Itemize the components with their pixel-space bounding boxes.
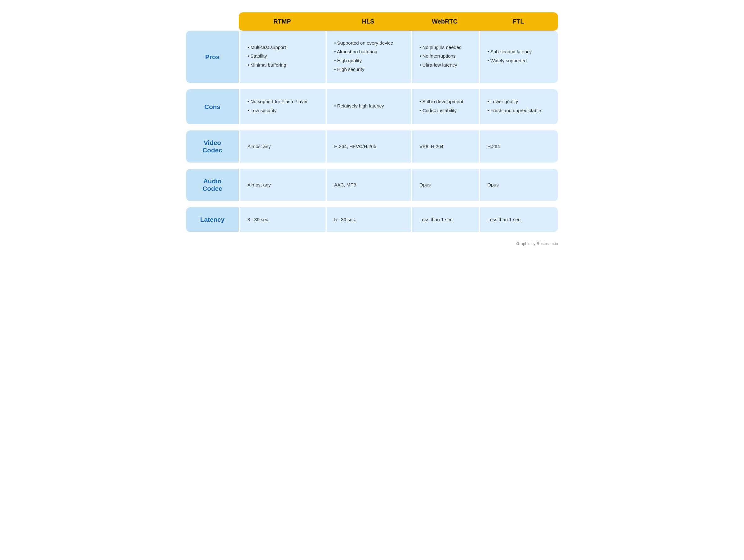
header-row: RTMP HLS WebRTC FTL [186,12,558,31]
cell-content-latency-0: 3 - 30 sec. [247,216,318,223]
cell-content-audio-codec-0: Almost any [247,181,318,189]
label-video-codec: VideoCodec [186,130,239,163]
cell-content-pros-3: Sub-second latencyWidely supported [487,48,551,65]
cell-content-video-codec-1: H.264, HEVC/H.265 [334,143,403,150]
cell-content-cons-3: Lower qualityFresh and unpredictable [487,98,551,114]
label-pros: Pros [186,31,239,83]
cell-video-codec-0: Almost any [239,130,326,163]
footer-credit: Graphic by Restream.io [516,241,558,246]
list-item: Multicast support [247,44,318,51]
header-hls: HLS [326,12,411,31]
spacer-row [186,163,558,169]
list-item: No support for Flash Player [247,98,318,105]
cell-pros-0: Multicast supportStabilityMinimal buffer… [239,31,326,83]
table-body: ProsMulticast supportStabilityMinimal bu… [186,31,558,232]
header-rtmp: RTMP [239,12,326,31]
cell-content-audio-codec-2: Opus [419,181,471,189]
list-item: Still in development [419,98,471,105]
label-audio-codec: AudioCodec [186,169,239,201]
list-item: Sub-second latency [487,48,551,55]
list-item: Widely supported [487,57,551,65]
header-ftl: FTL [479,12,558,31]
cell-latency-3: Less than 1 sec. [479,207,558,232]
label-text-video-codec: VideoCodec [202,139,222,154]
cell-content-video-codec-2: VP8, H.264 [419,143,471,150]
cell-cons-2: Still in developmentCodec instability [411,89,479,124]
list-item: Minimal buffering [247,61,318,69]
list-item: Fresh and unpredictable [487,107,551,114]
list-item: No interruptions [419,52,471,60]
list-item: Lower quality [487,98,551,105]
list-item: Codec instability [419,107,471,114]
cell-cons-0: No support for Flash PlayerLow security [239,89,326,124]
cell-content-audio-codec-1: AAC, MP3 [334,181,403,189]
spacer-row [186,124,558,130]
row-latency: Latency3 - 30 sec.5 - 30 sec.Less than 1… [186,207,558,232]
cell-video-codec-1: H.264, HEVC/H.265 [326,130,411,163]
cell-content-audio-codec-3: Opus [487,181,551,189]
list-item: High security [334,66,403,73]
cell-pros-1: Supported on every deviceAlmost no buffe… [326,31,411,83]
cell-cons-3: Lower qualityFresh and unpredictable [479,89,558,124]
row-video-codec: VideoCodecAlmost anyH.264, HEVC/H.265VP8… [186,130,558,163]
cell-content-pros-0: Multicast supportStabilityMinimal buffer… [247,44,318,69]
list-item: Stability [247,52,318,60]
cell-content-cons-2: Still in developmentCodec instability [419,98,471,114]
list-item: Almost no buffering [334,48,403,55]
list-item: Ultra-low latency [419,61,471,69]
page-wrapper: RTMP HLS WebRTC FTL ProsMulticast suppor… [186,12,558,246]
cell-content-cons-1: Relatively high latency [334,102,403,110]
cell-content-pros-2: No plugins neededNo interruptionsUltra-l… [419,44,471,69]
cell-content-cons-0: No support for Flash PlayerLow security [247,98,318,114]
list-item: Low security [247,107,318,114]
row-audio-codec: AudioCodecAlmost anyAAC, MP3OpusOpus [186,169,558,201]
label-text-audio-codec: AudioCodec [202,177,222,192]
cell-content-latency-2: Less than 1 sec. [419,216,471,223]
cell-pros-2: No plugins neededNo interruptionsUltra-l… [411,31,479,83]
spacer-row [186,201,558,207]
cell-audio-codec-3: Opus [479,169,558,201]
cell-audio-codec-1: AAC, MP3 [326,169,411,201]
cell-latency-2: Less than 1 sec. [411,207,479,232]
spacer-row [186,83,558,89]
cell-latency-0: 3 - 30 sec. [239,207,326,232]
list-item: No plugins needed [419,44,471,51]
list-item: Supported on every device [334,39,403,47]
cell-video-codec-2: VP8, H.264 [411,130,479,163]
header-empty [186,12,239,31]
cell-audio-codec-0: Almost any [239,169,326,201]
cell-content-latency-1: 5 - 30 sec. [334,216,403,223]
cell-content-latency-3: Less than 1 sec. [487,216,551,223]
label-text-cons: Cons [204,103,220,110]
cell-content-video-codec-0: Almost any [247,143,318,150]
row-pros: ProsMulticast supportStabilityMinimal bu… [186,31,558,83]
list-item: High quality [334,57,403,65]
list-item: Relatively high latency [334,102,403,110]
row-cons: ConsNo support for Flash PlayerLow secur… [186,89,558,124]
label-latency: Latency [186,207,239,232]
label-cons: Cons [186,89,239,124]
cell-latency-1: 5 - 30 sec. [326,207,411,232]
footer: Graphic by Restream.io [186,241,558,246]
cell-audio-codec-2: Opus [411,169,479,201]
label-text-latency: Latency [200,216,225,223]
cell-pros-3: Sub-second latencyWidely supported [479,31,558,83]
cell-content-pros-1: Supported on every deviceAlmost no buffe… [334,39,403,73]
label-text-pros: Pros [205,53,220,61]
cell-cons-1: Relatively high latency [326,89,411,124]
comparison-table: RTMP HLS WebRTC FTL ProsMulticast suppor… [186,12,558,232]
cell-video-codec-3: H.264 [479,130,558,163]
header-webrtc: WebRTC [411,12,479,31]
cell-content-video-codec-3: H.264 [487,143,551,150]
